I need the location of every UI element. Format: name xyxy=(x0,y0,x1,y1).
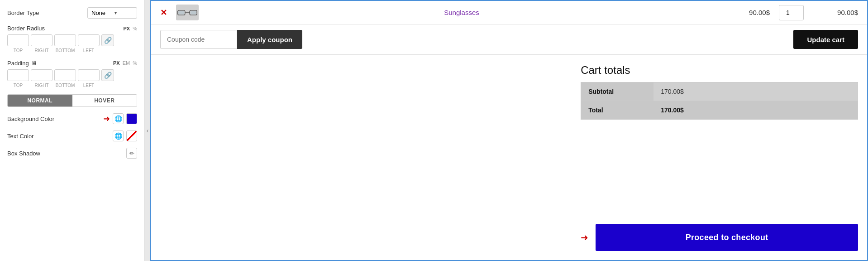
padding-label: Padding xyxy=(7,60,29,67)
main-panel: ✕ Sunglasses 90.00$ 90.00$ Apply coupon … xyxy=(150,0,868,261)
padding-section: Padding 🖥 PX EM % 🔗 TOP RIGHT BOTTOM L xyxy=(7,59,137,88)
padding-monitor-icon: 🖥 xyxy=(31,59,38,67)
padding-bottom[interactable] xyxy=(54,69,76,81)
padding-top[interactable] xyxy=(7,69,29,81)
bg-color-swatch[interactable] xyxy=(126,113,137,124)
background-color-row: Background Color ➜ 🌐 xyxy=(7,113,137,124)
cart-item-row: ✕ Sunglasses 90.00$ 90.00$ xyxy=(151,1,867,24)
bg-color-arrow-icon: ➜ xyxy=(103,114,110,124)
border-radius-right[interactable] xyxy=(31,34,52,46)
product-price: 90.00$ xyxy=(725,9,770,16)
padding-right[interactable] xyxy=(31,69,52,81)
bg-color-globe-icon[interactable]: 🌐 xyxy=(113,113,124,124)
cart-totals-section: Cart totals Subtotal 170.00$ Total 170.0… xyxy=(151,55,867,224)
subtotal-value: 170.00$ xyxy=(653,82,858,101)
product-name: Sunglasses xyxy=(208,9,715,16)
proceed-to-checkout-button[interactable]: Proceed to checkout xyxy=(596,224,858,251)
border-radius-units: PX % xyxy=(124,26,137,31)
box-shadow-label: Box Shadow xyxy=(7,150,40,157)
padding-inputs: 🔗 TOP RIGHT BOTTOM LEFT xyxy=(7,69,137,88)
box-shadow-edit-btn[interactable]: ✏ xyxy=(126,148,137,159)
padding-left[interactable] xyxy=(78,69,100,81)
left-panel: Border Type None ▾ Border Radius PX % 🔗 … xyxy=(0,0,145,261)
coupon-input[interactable] xyxy=(160,30,237,49)
tab-normal[interactable]: NORMAL xyxy=(8,95,72,106)
svg-line-3 xyxy=(177,11,178,13)
cart-totals-title: Cart totals xyxy=(581,64,858,77)
subtotal-label: Subtotal xyxy=(581,82,653,101)
border-radius-bottom[interactable] xyxy=(54,34,76,46)
total-label: Total xyxy=(581,101,653,119)
line-total: 90.00$ xyxy=(813,9,858,16)
text-color-row: Text Color 🌐 xyxy=(7,130,137,141)
border-radius-inputs: 🔗 TOP RIGHT BOTTOM LEFT xyxy=(7,34,137,53)
text-color-globe-icon[interactable]: 🌐 xyxy=(113,130,124,141)
checkout-area: ➜ Proceed to checkout xyxy=(151,224,867,260)
text-color-swatch[interactable] xyxy=(126,130,137,141)
svg-rect-6 xyxy=(191,11,196,14)
border-type-label: Border Type xyxy=(7,10,39,16)
box-shadow-row: Box Shadow ✏ xyxy=(7,148,137,159)
panel-divider[interactable] xyxy=(145,0,150,261)
dropdown-arrow-icon: ▾ xyxy=(114,10,117,15)
coupon-row: Apply coupon Update cart xyxy=(151,24,867,55)
update-cart-button[interactable]: Update cart xyxy=(793,30,858,49)
border-type-select[interactable]: None ▾ xyxy=(87,7,137,19)
border-radius-top[interactable] xyxy=(7,34,29,46)
subtotal-row: Subtotal 170.00$ xyxy=(581,82,858,101)
padding-link-btn[interactable]: 🔗 xyxy=(101,69,114,81)
glasses-image xyxy=(177,6,197,19)
state-tabs: NORMAL HOVER xyxy=(7,94,137,107)
padding-units: PX EM % xyxy=(113,60,137,66)
checkout-arrow-icon: ➜ xyxy=(581,232,588,243)
tab-hover[interactable]: HOVER xyxy=(72,95,137,106)
border-radius-link-btn[interactable]: 🔗 xyxy=(101,34,114,46)
apply-coupon-button[interactable]: Apply coupon xyxy=(237,30,302,49)
product-thumbnail xyxy=(176,5,199,20)
background-color-label: Background Color xyxy=(7,116,54,122)
text-color-label: Text Color xyxy=(7,133,34,140)
border-type-row: Border Type None ▾ xyxy=(7,7,137,19)
border-radius-section: Border Radius PX % 🔗 TOP RIGHT BOTTOM LE… xyxy=(7,25,137,53)
border-radius-label: Border Radius xyxy=(7,25,45,32)
total-value: 170.00$ xyxy=(653,101,858,119)
svg-line-4 xyxy=(197,11,197,13)
border-radius-left[interactable] xyxy=(78,34,100,46)
svg-rect-5 xyxy=(178,11,184,14)
quantity-input[interactable] xyxy=(779,5,804,20)
remove-item-button[interactable]: ✕ xyxy=(160,8,167,18)
total-row: Total 170.00$ xyxy=(581,101,858,120)
